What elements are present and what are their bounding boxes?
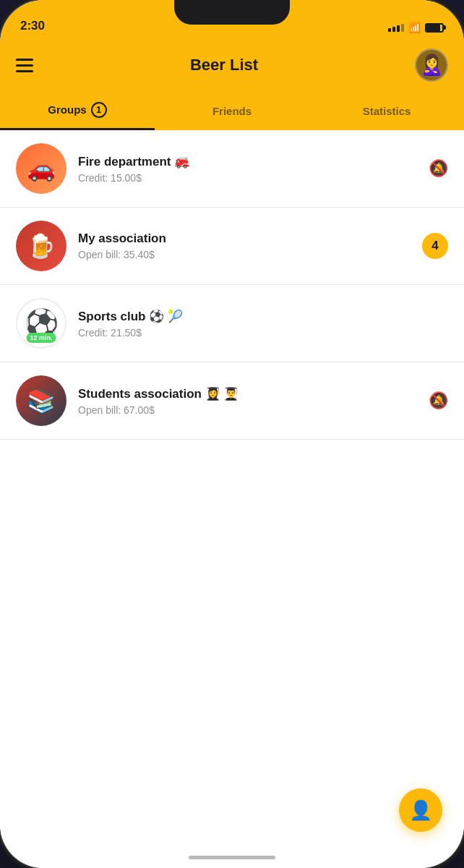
tab-groups[interactable]: Groups 1 xyxy=(0,91,155,130)
phone-screen: 2:30 📶 Beer List 🙎‍♀️ xyxy=(0,0,464,868)
group-avatar-fire: 🚗 xyxy=(16,143,66,194)
list-item[interactable]: 🚗 Fire department 🚒 Credit: 15.00$ 🔕 xyxy=(0,130,464,208)
group-content-fire: Fire department 🚒 Credit: 15.00$ xyxy=(78,154,417,184)
tab-bar: Groups 1 Friends Statistics xyxy=(0,91,464,130)
app-header: Beer List 🙎‍♀️ xyxy=(0,39,464,91)
status-icons: 📶 xyxy=(388,22,444,33)
add-group-button[interactable]: 👤 xyxy=(399,788,442,832)
assoc-icon: 🍺 xyxy=(27,234,56,258)
time-badge-sports: 12 min. xyxy=(26,333,56,343)
status-time: 2:30 xyxy=(20,19,45,33)
group-sub-fire: Credit: 15.00$ xyxy=(78,172,417,184)
group-name-students: Students association 👩‍🎓 👨‍🎓 xyxy=(78,386,417,401)
add-group-icon: 👤 xyxy=(409,799,432,822)
group-avatar-assoc: 🍺 xyxy=(16,221,66,271)
list-item[interactable]: 🍺 My association Open bill: 35.40$ 4 xyxy=(0,208,464,285)
phone-frame: 2:30 📶 Beer List 🙎‍♀️ xyxy=(0,0,464,868)
group-action-students[interactable]: 🔕 xyxy=(429,391,448,410)
groups-list: 🚗 Fire department 🚒 Credit: 15.00$ 🔕 🍺 M… xyxy=(0,130,464,868)
tab-groups-badge: 1 xyxy=(91,102,107,118)
bell-icon-fire: 🔕 xyxy=(429,159,448,177)
avatar-image: 🙎‍♀️ xyxy=(419,55,444,75)
menu-button[interactable] xyxy=(16,59,33,72)
tab-friends[interactable]: Friends xyxy=(155,91,309,130)
tab-groups-label: Groups xyxy=(48,103,86,116)
group-content-sports: Sports club ⚽ 🎾 Credit: 21.50$ xyxy=(78,309,437,339)
group-content-students: Students association 👩‍🎓 👨‍🎓 Open bill: … xyxy=(78,386,417,416)
signal-icon xyxy=(388,24,404,32)
group-action-fire[interactable]: 🔕 xyxy=(429,159,448,178)
tab-statistics-label: Statistics xyxy=(363,105,411,117)
group-name-assoc: My association xyxy=(78,231,411,246)
wifi-icon: 📶 xyxy=(408,22,421,33)
tab-statistics[interactable]: Statistics xyxy=(309,91,464,130)
group-action-assoc[interactable]: 4 xyxy=(422,233,448,259)
avatar[interactable]: 🙎‍♀️ xyxy=(415,48,448,82)
group-name-fire: Fire department 🚒 xyxy=(78,154,417,169)
group-sub-students: Open bill: 67.00$ xyxy=(78,404,417,416)
list-item[interactable]: ⚽ 12 min. Sports club ⚽ 🎾 Credit: 21.50$ xyxy=(0,285,464,362)
group-avatar-sports: ⚽ 12 min. xyxy=(16,298,66,349)
group-content-assoc: My association Open bill: 35.40$ xyxy=(78,231,411,260)
group-avatar-students: 📚 xyxy=(16,375,66,426)
page-title: Beer List xyxy=(190,56,258,75)
students-icon: 📚 xyxy=(27,389,56,412)
group-name-sports: Sports club ⚽ 🎾 xyxy=(78,309,437,324)
notch xyxy=(174,0,290,25)
tab-friends-label: Friends xyxy=(212,105,252,117)
group-sub-sports: Credit: 21.50$ xyxy=(78,327,437,339)
list-item[interactable]: 📚 Students association 👩‍🎓 👨‍🎓 Open bill… xyxy=(0,362,464,440)
notification-badge-assoc: 4 xyxy=(422,233,448,259)
fire-dept-icon: 🚗 xyxy=(27,157,56,180)
group-sub-assoc: Open bill: 35.40$ xyxy=(78,249,411,260)
home-indicator xyxy=(189,856,275,859)
battery-icon xyxy=(425,23,444,33)
bell-icon-students: 🔕 xyxy=(429,391,448,409)
